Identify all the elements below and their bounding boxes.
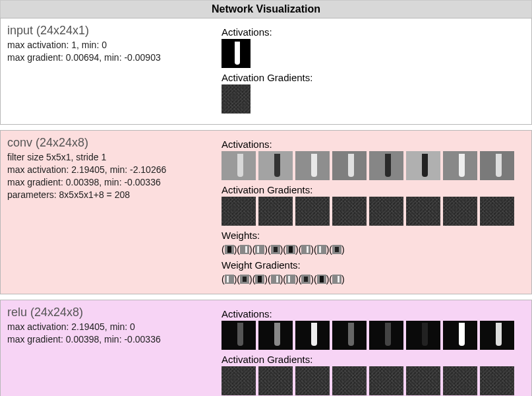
weight-thumb[interactable]: [286, 275, 295, 284]
weight-thumb[interactable]: [255, 275, 264, 284]
layer-input-vis: Activations: Activation Gradients:: [222, 24, 525, 117]
activation-thumb[interactable]: [332, 151, 367, 180]
gradient-thumb[interactable]: [480, 197, 514, 226]
layer-name: input (24x24x1): [7, 24, 216, 38]
activation-gradients-label: Activation Gradients:: [222, 184, 525, 195]
activation-thumb[interactable]: [295, 151, 330, 180]
activation-thumb[interactable]: [369, 151, 403, 180]
activations-row: [222, 321, 525, 350]
max-gradient-text: max gradient: 0.00398, min: -0.00336: [7, 333, 216, 346]
activation-thumb[interactable]: [480, 151, 514, 180]
activation-thumb[interactable]: [369, 321, 403, 350]
weight-thumb[interactable]: [240, 275, 249, 284]
weight-thumb[interactable]: [301, 245, 310, 254]
activation-gradients-row: [222, 366, 525, 395]
layer-conv: conv (24x24x8) filter size 5x5x1, stride…: [0, 130, 532, 294]
gradient-thumb[interactable]: [295, 366, 330, 395]
page-title: Network Visualization: [0, 0, 532, 18]
activation-thumb[interactable]: [480, 321, 514, 350]
activation-gradients-label: Activation Gradients:: [222, 72, 525, 83]
weight-thumb[interactable]: [271, 275, 280, 284]
weight-thumb[interactable]: [332, 275, 341, 284]
weight-thumb[interactable]: [225, 245, 234, 254]
layer-conv-info: conv (24x24x8) filter size 5x5x1, stride…: [7, 136, 222, 287]
weight-gradients-row: ()()()()()()()(): [222, 272, 525, 286]
gradient-thumb[interactable]: [480, 366, 514, 395]
activation-thumb[interactable]: [258, 321, 293, 350]
weight-thumb[interactable]: [301, 275, 310, 284]
gradient-thumb[interactable]: [369, 197, 403, 226]
gradient-thumb[interactable]: [222, 366, 256, 395]
layer-name: relu (24x24x8): [7, 306, 216, 319]
activation-thumb[interactable]: [222, 39, 251, 68]
gradient-thumb[interactable]: [258, 366, 293, 395]
activation-thumb[interactable]: [443, 151, 477, 180]
weights-row: ()()()()()()()(): [222, 242, 525, 257]
activation-thumb[interactable]: [332, 321, 367, 350]
gradient-thumb[interactable]: [222, 197, 256, 226]
weight-thumb[interactable]: [286, 245, 295, 254]
gradient-thumb[interactable]: [406, 366, 440, 395]
layer-name: conv (24x24x8): [7, 136, 216, 150]
max-gradient-text: max gradient: 0.00398, min: -0.00336: [7, 176, 216, 189]
weight-thumb[interactable]: [271, 245, 280, 254]
weight-thumb[interactable]: [332, 245, 341, 254]
max-activation-text: max activation: 2.19405, min: -2.10266: [7, 164, 216, 176]
activation-thumb[interactable]: [406, 151, 440, 180]
gradient-thumb[interactable]: [369, 366, 403, 395]
activation-thumb[interactable]: [258, 151, 293, 180]
weight-thumb[interactable]: [225, 275, 234, 284]
weight-thumb[interactable]: [317, 245, 326, 254]
activations-label: Activations:: [222, 308, 525, 319]
gradient-thumb[interactable]: [222, 84, 251, 114]
activation-gradients-row: [222, 84, 525, 114]
weight-thumb[interactable]: [240, 245, 249, 254]
filter-text: filter size 5x5x1, stride 1: [7, 151, 216, 164]
weight-thumb[interactable]: [317, 275, 326, 284]
weight-thumb[interactable]: [255, 245, 264, 254]
activation-thumb[interactable]: [406, 321, 440, 350]
max-activation-text: max activation: 2.19405, min: 0: [7, 321, 216, 333]
gradient-thumb[interactable]: [443, 197, 477, 226]
weights-label: Weights:: [222, 230, 525, 241]
gradient-thumb[interactable]: [443, 366, 477, 395]
activation-gradients-label: Activation Gradients:: [222, 354, 525, 365]
gradient-thumb[interactable]: [332, 366, 367, 395]
activation-gradients-row: [222, 197, 525, 226]
layer-conv-vis: Activations: Activation Gradients: Weigh…: [222, 136, 525, 287]
activations-label: Activations:: [222, 139, 525, 150]
layer-relu: relu (24x24x8) max activation: 2.19405, …: [0, 300, 532, 396]
activation-thumb[interactable]: [222, 151, 256, 180]
gradient-thumb[interactable]: [332, 197, 367, 226]
activations-row: [222, 39, 525, 68]
layer-relu-info: relu (24x24x8) max activation: 2.19405, …: [7, 306, 222, 396]
layer-relu-vis: Activations: Activation Gradients:: [222, 306, 525, 396]
max-gradient-text: max gradient: 0.00694, min: -0.00903: [7, 51, 216, 64]
gradient-thumb[interactable]: [258, 197, 293, 226]
activations-row: [222, 151, 525, 180]
activation-thumb[interactable]: [295, 321, 330, 350]
activations-label: Activations:: [222, 26, 525, 38]
weight-gradients-label: Weight Gradients:: [222, 259, 525, 271]
activation-thumb[interactable]: [443, 321, 477, 350]
gradient-thumb[interactable]: [406, 197, 440, 226]
layer-input: input (24x24x1) max activation: 1, min: …: [0, 18, 532, 125]
activation-thumb[interactable]: [222, 321, 256, 350]
layer-input-info: input (24x24x1) max activation: 1, min: …: [7, 24, 222, 117]
parameters-text: parameters: 8x5x5x1+8 = 208: [7, 189, 216, 201]
max-activation-text: max activation: 1, min: 0: [7, 39, 216, 51]
gradient-thumb[interactable]: [295, 197, 330, 226]
